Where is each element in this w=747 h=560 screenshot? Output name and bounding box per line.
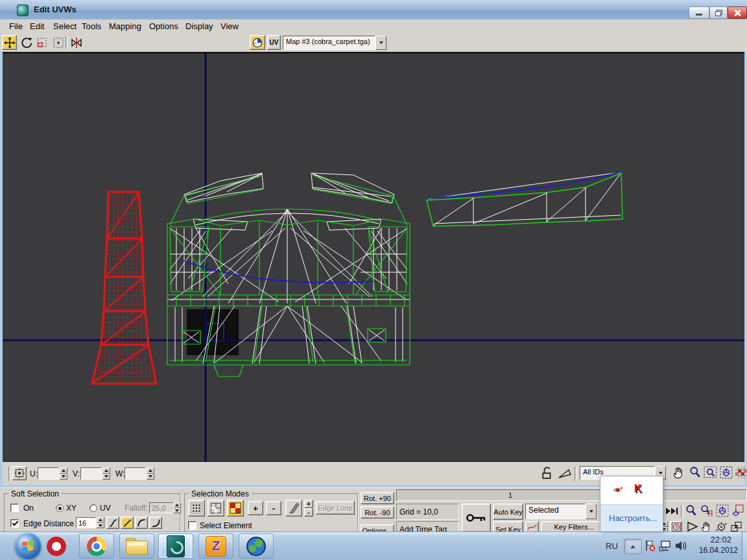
- falloff-spinner[interactable]: [173, 502, 181, 513]
- opera-taskbar-icon[interactable]: [47, 537, 66, 556]
- rotate-plus90-label: Rot. +90: [364, 495, 391, 502]
- xy-radio[interactable]: [56, 504, 64, 512]
- globe-taskbar-button[interactable]: [239, 533, 274, 559]
- fov-button[interactable]: [686, 521, 699, 532]
- clock-block[interactable]: 22:02 16.04.2012: [687, 535, 738, 558]
- pan-button[interactable]: [672, 465, 685, 480]
- zoom-extents-all-button[interactable]: [731, 504, 744, 517]
- edge-distance-input[interactable]: [76, 517, 96, 528]
- vertex-mode-button[interactable]: [188, 500, 205, 517]
- auto-key-button[interactable]: Auto Key: [493, 504, 523, 520]
- select-element-checkbox[interactable]: [188, 521, 196, 530]
- w-input[interactable]: [124, 467, 146, 480]
- menu-options[interactable]: Options: [149, 21, 178, 31]
- add-time-tag-field[interactable]: Add Time Tag: [396, 521, 459, 532]
- zoom-all-button[interactable]: [700, 504, 713, 517]
- edge-mode-button[interactable]: [208, 500, 224, 517]
- key-mode-dropdown[interactable]: Selected: [525, 504, 597, 519]
- filter-faces-button[interactable]: [558, 468, 572, 480]
- title-bar[interactable]: Edit UVWs: [0, 0, 747, 20]
- time-config-button[interactable]: [670, 521, 682, 532]
- u-spinner[interactable]: [60, 467, 67, 480]
- zoom-region-button[interactable]: [704, 466, 718, 479]
- set-key-button[interactable]: Set Key: [493, 521, 523, 532]
- track-bar[interactable]: 1: [396, 489, 747, 501]
- snap-grid-button[interactable]: [735, 466, 747, 479]
- map-dropdown-arrow[interactable]: [375, 36, 386, 50]
- falloff-fast-button[interactable]: [135, 517, 148, 529]
- rotate-minus90-button[interactable]: Rot. -90: [361, 506, 394, 519]
- mirror-button[interactable]: [69, 35, 84, 50]
- arc-rotate-button[interactable]: [715, 521, 728, 532]
- menu-select[interactable]: Select: [53, 21, 77, 31]
- w-spinner[interactable]: [147, 467, 154, 480]
- set-keys-button[interactable]: [462, 504, 491, 532]
- network-icon[interactable]: [659, 541, 672, 552]
- main-pan-button[interactable]: [700, 520, 713, 532]
- nav-divider: [681, 505, 683, 518]
- min-max-toggle-button[interactable]: [730, 521, 742, 532]
- kaspersky-tray-icon[interactable]: K: [634, 483, 642, 495]
- zoom-extents-main-button[interactable]: [716, 504, 729, 517]
- rotate-plus90-button[interactable]: Rot. +90: [361, 492, 394, 504]
- falloff-smooth-button[interactable]: [106, 517, 119, 529]
- rotate-button[interactable]: [19, 35, 34, 50]
- menu-mapping[interactable]: Mapping: [109, 21, 141, 31]
- lock-selection-button[interactable]: [541, 465, 553, 481]
- map-dropdown[interactable]: Map #3 (cobra_carpet.tga): [283, 36, 386, 50]
- edge-loop-button[interactable]: Edge Loop: [316, 501, 355, 515]
- v-spinner[interactable]: [102, 467, 110, 480]
- paint-select-button[interactable]: [285, 500, 302, 517]
- edge-distance-checkbox[interactable]: [10, 519, 19, 528]
- menu-view[interactable]: View: [220, 21, 239, 31]
- absolute-mode-button[interactable]: [12, 466, 27, 480]
- v-input[interactable]: [80, 467, 102, 480]
- map-dropdown-value: Map #3 (cobra_carpet.tga): [283, 36, 375, 50]
- menu-tools[interactable]: Tools: [82, 21, 101, 31]
- show-map-button[interactable]: [250, 35, 265, 50]
- zbrush-taskbar-button[interactable]: Z: [198, 533, 233, 559]
- language-indicator[interactable]: RU: [606, 541, 618, 551]
- restore-button[interactable]: [709, 6, 728, 19]
- volume-icon[interactable]: [675, 541, 687, 551]
- goto-end-button[interactable]: [665, 507, 678, 515]
- tray-expand-button[interactable]: [624, 539, 642, 554]
- freeform-button[interactable]: [51, 35, 65, 50]
- soft-selection-on-checkbox[interactable]: [10, 504, 19, 512]
- edge-distance-spinner[interactable]: [97, 517, 104, 528]
- menu-file[interactable]: File: [9, 21, 23, 31]
- face-mode-button[interactable]: [227, 500, 244, 517]
- minimize-button[interactable]: [689, 6, 709, 19]
- zoom-extents-button[interactable]: [720, 466, 733, 479]
- shrink-selection-button[interactable]: -: [266, 501, 281, 515]
- menu-display[interactable]: Display: [185, 21, 213, 31]
- main-zoom-button[interactable]: [685, 504, 697, 517]
- tray-customize-link[interactable]: Настроить...: [609, 513, 657, 523]
- key-mode-arrow[interactable]: [586, 504, 597, 519]
- falloff-linear-button[interactable]: [121, 517, 134, 529]
- falloff-input[interactable]: [149, 502, 176, 513]
- uv-canvas[interactable]: [3, 52, 744, 462]
- paint-grow-button[interactable]: +: [304, 500, 313, 508]
- chrome-taskbar-button[interactable]: [79, 533, 114, 559]
- explorer-taskbar-button[interactable]: [119, 533, 154, 559]
- grow-selection-button[interactable]: +: [248, 501, 263, 515]
- uv-toggle-button[interactable]: UV: [267, 35, 281, 50]
- start-button[interactable]: [14, 533, 42, 560]
- default-in-out-button[interactable]: [525, 521, 539, 532]
- paint-shrink-button[interactable]: -: [304, 508, 313, 517]
- action-center-icon[interactable]: [645, 540, 656, 552]
- uv-radio[interactable]: [89, 504, 97, 512]
- scale-button[interactable]: [34, 35, 49, 50]
- move-button[interactable]: [2, 35, 17, 50]
- zoom-button[interactable]: [689, 466, 701, 479]
- screen: { "window": { "title": "Edit UVWs" }, "m…: [0, 0, 747, 560]
- max-taskbar-button[interactable]: [158, 533, 193, 559]
- key-filters-button[interactable]: Key Filters...: [541, 521, 607, 532]
- close-button[interactable]: [728, 6, 747, 19]
- show-desktop-button[interactable]: [742, 532, 747, 560]
- tray-hidden-device-icon[interactable]: [612, 485, 623, 495]
- menu-edit[interactable]: Edit: [30, 21, 44, 31]
- u-input[interactable]: [38, 467, 59, 480]
- falloff-slow-button[interactable]: [149, 517, 162, 529]
